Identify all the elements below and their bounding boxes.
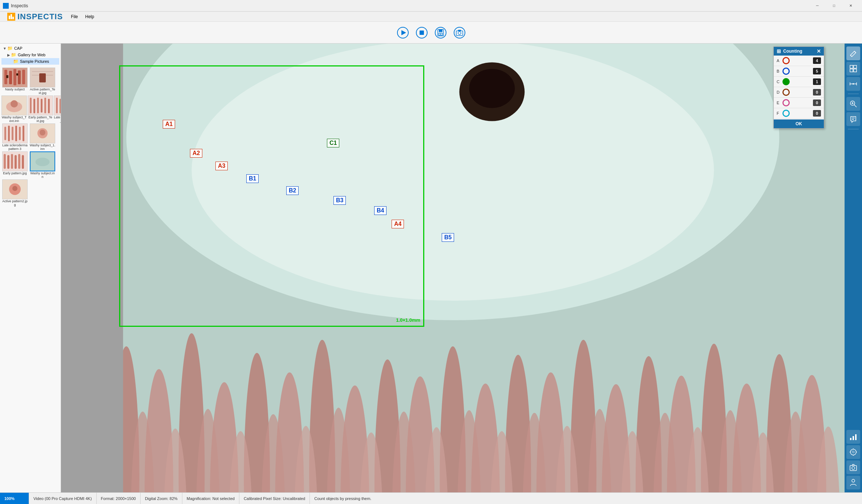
camera-tool-button[interactable] bbox=[846, 460, 860, 474]
svg-rect-120 bbox=[850, 65, 853, 68]
play-button[interactable] bbox=[395, 25, 411, 41]
toolbar bbox=[0, 22, 862, 44]
stats-tool-button[interactable] bbox=[846, 430, 860, 444]
svg-rect-122 bbox=[850, 69, 853, 72]
count-circle-a[interactable] bbox=[782, 57, 790, 64]
right-divider-2 bbox=[848, 129, 859, 129]
svg-rect-136 bbox=[855, 434, 857, 440]
count-letter-d: D bbox=[777, 90, 782, 94]
count-row-c: C 1 bbox=[774, 77, 824, 87]
search-tool-button[interactable] bbox=[846, 97, 860, 111]
svg-rect-49 bbox=[23, 126, 24, 141]
thumb-img-early-text bbox=[28, 95, 53, 115]
tree-label-samples: Sample Pictures bbox=[20, 59, 49, 64]
panel-ok-button[interactable]: OK bbox=[774, 119, 824, 128]
svg-rect-59 bbox=[22, 155, 24, 169]
status-hint: Count objects by pressing them. bbox=[310, 496, 862, 501]
measure-tool-button[interactable] bbox=[846, 77, 860, 91]
thumb-early-text[interactable]: Early pattern_Text.jpg bbox=[28, 95, 53, 123]
thumb-img-washy-1 bbox=[30, 123, 55, 143]
svg-rect-37 bbox=[44, 98, 46, 113]
count-circle-f[interactable] bbox=[782, 110, 790, 117]
folder-icon-gallery: 📁 bbox=[11, 52, 16, 57]
thumb-washy-text[interactable]: Washy subject_Text.inn bbox=[1, 95, 27, 123]
close-button[interactable]: ✕ bbox=[842, 0, 859, 12]
thumb-label-washy-text: Washy subject_Text.inn bbox=[1, 115, 27, 123]
svg-rect-123 bbox=[854, 69, 857, 72]
count-num-d: 0 bbox=[813, 89, 821, 95]
count-circle-e[interactable] bbox=[782, 99, 790, 106]
thumb-nasty[interactable]: Nasty subject bbox=[1, 68, 28, 95]
status-format: Format: 2000×1500 bbox=[97, 493, 141, 504]
pixel-size-value: Calibrated Pixel Size: Uncalibrated bbox=[244, 496, 305, 501]
status-capture: Video (00 Pro Capture HDMI 4K) bbox=[29, 493, 97, 504]
thumb-row-0: Nasty subject Active pattern_Text.jpg bbox=[1, 68, 59, 95]
svg-rect-44 bbox=[4, 127, 6, 140]
count-row-f: F 0 bbox=[774, 108, 824, 119]
svg-rect-23 bbox=[6, 75, 8, 78]
svg-line-119 bbox=[850, 55, 851, 56]
menu-help[interactable]: Help bbox=[81, 13, 98, 21]
grid-tool-button[interactable] bbox=[846, 62, 860, 76]
svg-rect-10 bbox=[439, 29, 442, 32]
draw-tool-button[interactable] bbox=[846, 46, 860, 60]
thumb-late-scl-3[interactable]: Late scleroderma pattern 3 bbox=[1, 123, 28, 151]
svg-rect-19 bbox=[9, 71, 12, 84]
minimize-button[interactable]: ─ bbox=[809, 0, 826, 12]
microscope-bg: 1.0×1.0mm A1 A2 A3 A4 B1 B2 B3 B4 B5 C1 … bbox=[61, 44, 845, 492]
thumb-row-2: Late scleroderma pattern 3 Washy subject… bbox=[1, 123, 59, 151]
thumb-img-active2 bbox=[2, 179, 28, 199]
thumb-label-late-scl-3: Late scleroderma pattern 3 bbox=[2, 143, 28, 151]
svg-point-12 bbox=[440, 33, 441, 34]
svg-rect-2 bbox=[11, 14, 12, 19]
count-circle-b[interactable] bbox=[782, 68, 790, 75]
record-button[interactable] bbox=[414, 25, 430, 41]
svg-rect-21 bbox=[18, 70, 21, 84]
svg-rect-20 bbox=[13, 69, 16, 85]
menu-file[interactable]: File bbox=[67, 13, 81, 21]
svg-marker-5 bbox=[401, 30, 406, 35]
maximize-button[interactable]: □ bbox=[826, 0, 842, 12]
thumb-row-4: Active pattern2.jpg bbox=[1, 179, 59, 207]
svg-rect-58 bbox=[18, 154, 20, 169]
status-magnification: Magnification: Not selected bbox=[182, 493, 239, 504]
save-button[interactable] bbox=[433, 25, 449, 41]
thumb-img-washy bbox=[30, 151, 55, 171]
svg-point-127 bbox=[853, 83, 854, 85]
tree-item-gallery[interactable]: ▶ 📁 Gallery for Web bbox=[1, 52, 59, 58]
thumb-label-washy-1: Washy subject_1.inn bbox=[29, 143, 56, 151]
hint-value: Count objects by pressing them. bbox=[314, 496, 371, 501]
thumb-early[interactable]: Early pattern.jpg bbox=[1, 151, 28, 179]
tree-item-cap[interactable]: ▼ 📁 CAP bbox=[1, 45, 59, 52]
person-tool-button[interactable] bbox=[846, 476, 860, 489]
titlebar: Inspectis ─ □ ✕ bbox=[0, 0, 862, 12]
thumb-label-early-text: Early pattern_Text.jpg bbox=[28, 115, 53, 123]
thumb-active2[interactable]: Active pattern2.jpg bbox=[1, 179, 28, 207]
capture-value: Video (00 Pro Capture HDMI 4K) bbox=[33, 496, 92, 501]
thumb-late-scl-text[interactable]: Late scleroderma_Text.jpg bbox=[54, 95, 61, 123]
thumb-row-3: Early pattern.jpg Washy subject.inn bbox=[1, 151, 59, 179]
svg-rect-40 bbox=[56, 98, 58, 113]
thumb-label-nasty: Nasty subject bbox=[5, 88, 25, 91]
tree-item-samples[interactable]: 📁 Sample Pictures bbox=[1, 58, 59, 65]
zoom-value: 100% bbox=[4, 496, 15, 501]
thumb-img-late-scl-text bbox=[54, 95, 61, 115]
thumb-washy-1[interactable]: Washy subject_1.inn bbox=[29, 123, 56, 151]
svg-rect-7 bbox=[420, 31, 424, 35]
count-letter-b: B bbox=[777, 69, 782, 73]
count-circle-c[interactable] bbox=[782, 78, 790, 85]
svg-rect-121 bbox=[854, 65, 857, 68]
folder-tree: ▼ 📁 CAP ▶ 📁 Gallery for Web 📁 Sample Pic… bbox=[0, 44, 61, 66]
annotate-tool-button[interactable] bbox=[846, 112, 860, 126]
thumb-washy[interactable]: Washy subject.inn bbox=[29, 151, 56, 179]
svg-line-129 bbox=[854, 105, 857, 107]
panel-close-button[interactable]: ✕ bbox=[817, 49, 821, 54]
effects-tool-button[interactable] bbox=[846, 445, 860, 459]
logo-box bbox=[7, 13, 15, 21]
snapshot-button[interactable] bbox=[452, 25, 468, 41]
thumb-active-text[interactable]: Active pattern_Text.jpg bbox=[29, 68, 56, 95]
count-circle-d[interactable] bbox=[782, 89, 790, 96]
svg-rect-117 bbox=[61, 44, 123, 492]
svg-point-64 bbox=[12, 186, 17, 191]
svg-rect-28 bbox=[39, 73, 46, 82]
